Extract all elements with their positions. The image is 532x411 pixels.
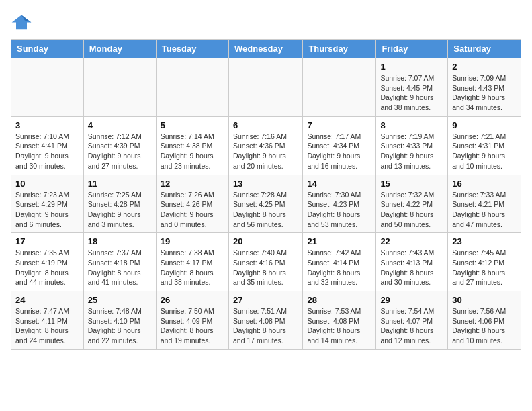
calendar-cell: 16Sunrise: 7:33 AM Sunset: 4:21 PM Dayli… <box>448 175 521 233</box>
day-number: 2 <box>452 62 517 72</box>
calendar: SundayMondayTuesdayWednesdayThursdayFrid… <box>11 39 521 350</box>
day-number: 22 <box>380 236 443 246</box>
day-info: Sunrise: 7:48 AM Sunset: 4:10 PM Dayligh… <box>88 306 152 346</box>
day-info: Sunrise: 7:10 AM Sunset: 4:41 PM Dayligh… <box>15 132 79 171</box>
day-info: Sunrise: 7:07 AM Sunset: 4:45 PM Dayligh… <box>380 73 443 113</box>
calendar-cell: 7Sunrise: 7:17 AM Sunset: 4:34 PM Daylig… <box>303 116 376 175</box>
calendar-cell <box>11 58 84 117</box>
day-number: 26 <box>161 295 224 305</box>
day-number: 17 <box>15 236 79 246</box>
calendar-cell: 12Sunrise: 7:26 AM Sunset: 4:26 PM Dayli… <box>156 175 228 233</box>
day-number: 6 <box>233 120 298 130</box>
calendar-cell: 17Sunrise: 7:35 AM Sunset: 4:19 PM Dayli… <box>11 233 84 291</box>
calendar-cell: 21Sunrise: 7:42 AM Sunset: 4:14 PM Dayli… <box>303 233 376 291</box>
calendar-cell: 10Sunrise: 7:23 AM Sunset: 4:29 PM Dayli… <box>11 175 84 233</box>
calendar-cell: 25Sunrise: 7:48 AM Sunset: 4:10 PM Dayli… <box>83 291 156 350</box>
day-number: 18 <box>88 236 152 246</box>
calendar-cell: 9Sunrise: 7:21 AM Sunset: 4:31 PM Daylig… <box>448 116 521 175</box>
day-info: Sunrise: 7:12 AM Sunset: 4:39 PM Dayligh… <box>88 132 152 171</box>
calendar-cell: 30Sunrise: 7:56 AM Sunset: 4:06 PM Dayli… <box>448 291 521 350</box>
calendar-cell: 24Sunrise: 7:47 AM Sunset: 4:11 PM Dayli… <box>11 291 84 350</box>
weekday-header-monday: Monday <box>83 40 156 58</box>
day-number: 23 <box>452 236 517 246</box>
calendar-cell: 28Sunrise: 7:53 AM Sunset: 4:08 PM Dayli… <box>303 291 376 350</box>
day-info: Sunrise: 7:51 AM Sunset: 4:08 PM Dayligh… <box>233 306 298 346</box>
calendar-cell: 14Sunrise: 7:30 AM Sunset: 4:23 PM Dayli… <box>303 175 376 233</box>
weekday-header-saturday: Saturday <box>448 40 521 58</box>
calendar-cell: 22Sunrise: 7:43 AM Sunset: 4:13 PM Dayli… <box>376 233 448 291</box>
calendar-cell: 6Sunrise: 7:16 AM Sunset: 4:36 PM Daylig… <box>228 116 302 175</box>
calendar-cell: 15Sunrise: 7:32 AM Sunset: 4:22 PM Dayli… <box>376 175 448 233</box>
calendar-cell <box>303 58 376 117</box>
day-number: 14 <box>307 179 371 189</box>
calendar-cell: 27Sunrise: 7:51 AM Sunset: 4:08 PM Dayli… <box>228 291 302 350</box>
calendar-cell: 23Sunrise: 7:45 AM Sunset: 4:12 PM Dayli… <box>448 233 521 291</box>
day-number: 3 <box>15 120 79 130</box>
day-number: 8 <box>380 120 443 130</box>
weekday-header-sunday: Sunday <box>11 40 84 58</box>
day-number: 12 <box>161 179 224 189</box>
day-info: Sunrise: 7:56 AM Sunset: 4:06 PM Dayligh… <box>452 306 517 346</box>
calendar-cell: 5Sunrise: 7:14 AM Sunset: 4:38 PM Daylig… <box>156 116 228 175</box>
day-info: Sunrise: 7:21 AM Sunset: 4:31 PM Dayligh… <box>452 132 517 171</box>
day-info: Sunrise: 7:26 AM Sunset: 4:26 PM Dayligh… <box>161 190 224 230</box>
day-info: Sunrise: 7:16 AM Sunset: 4:36 PM Dayligh… <box>233 132 298 171</box>
day-number: 15 <box>380 179 443 189</box>
day-info: Sunrise: 7:32 AM Sunset: 4:22 PM Dayligh… <box>380 190 443 230</box>
day-info: Sunrise: 7:17 AM Sunset: 4:34 PM Dayligh… <box>307 132 371 171</box>
day-info: Sunrise: 7:30 AM Sunset: 4:23 PM Dayligh… <box>307 190 371 230</box>
day-number: 20 <box>233 236 298 246</box>
day-info: Sunrise: 7:23 AM Sunset: 4:29 PM Dayligh… <box>15 190 79 230</box>
week-row-1: 1Sunrise: 7:07 AM Sunset: 4:45 PM Daylig… <box>11 58 521 117</box>
day-number: 16 <box>452 179 517 189</box>
day-info: Sunrise: 7:38 AM Sunset: 4:17 PM Dayligh… <box>161 248 224 287</box>
header <box>11 11 521 32</box>
calendar-cell <box>83 58 156 117</box>
day-number: 4 <box>88 120 152 130</box>
day-number: 10 <box>15 179 79 189</box>
day-info: Sunrise: 7:33 AM Sunset: 4:21 PM Dayligh… <box>452 190 517 230</box>
calendar-cell: 26Sunrise: 7:50 AM Sunset: 4:09 PM Dayli… <box>156 291 228 350</box>
weekday-header-thursday: Thursday <box>303 40 376 58</box>
calendar-cell: 2Sunrise: 7:09 AM Sunset: 4:43 PM Daylig… <box>448 58 521 117</box>
day-number: 24 <box>15 295 79 305</box>
day-number: 21 <box>307 236 371 246</box>
day-info: Sunrise: 7:28 AM Sunset: 4:25 PM Dayligh… <box>233 190 298 230</box>
weekday-header-friday: Friday <box>376 40 448 58</box>
weekday-header-tuesday: Tuesday <box>156 40 228 58</box>
day-info: Sunrise: 7:53 AM Sunset: 4:08 PM Dayligh… <box>307 306 371 346</box>
day-number: 13 <box>233 179 298 189</box>
calendar-cell: 18Sunrise: 7:37 AM Sunset: 4:18 PM Dayli… <box>83 233 156 291</box>
logo-icon <box>11 11 32 32</box>
day-number: 5 <box>161 120 224 130</box>
day-number: 9 <box>452 120 517 130</box>
day-info: Sunrise: 7:54 AM Sunset: 4:07 PM Dayligh… <box>380 306 443 346</box>
day-number: 1 <box>380 62 443 72</box>
calendar-cell: 13Sunrise: 7:28 AM Sunset: 4:25 PM Dayli… <box>228 175 302 233</box>
calendar-cell: 29Sunrise: 7:54 AM Sunset: 4:07 PM Dayli… <box>376 291 448 350</box>
day-number: 25 <box>88 295 152 305</box>
day-info: Sunrise: 7:19 AM Sunset: 4:33 PM Dayligh… <box>380 132 443 171</box>
day-number: 28 <box>307 295 371 305</box>
day-info: Sunrise: 7:25 AM Sunset: 4:28 PM Dayligh… <box>88 190 152 230</box>
week-row-3: 10Sunrise: 7:23 AM Sunset: 4:29 PM Dayli… <box>11 175 521 233</box>
calendar-cell: 11Sunrise: 7:25 AM Sunset: 4:28 PM Dayli… <box>83 175 156 233</box>
day-number: 27 <box>233 295 298 305</box>
calendar-cell: 4Sunrise: 7:12 AM Sunset: 4:39 PM Daylig… <box>83 116 156 175</box>
week-row-2: 3Sunrise: 7:10 AM Sunset: 4:41 PM Daylig… <box>11 116 521 175</box>
day-info: Sunrise: 7:40 AM Sunset: 4:16 PM Dayligh… <box>233 248 298 287</box>
day-info: Sunrise: 7:45 AM Sunset: 4:12 PM Dayligh… <box>452 248 517 287</box>
day-info: Sunrise: 7:42 AM Sunset: 4:14 PM Dayligh… <box>307 248 371 287</box>
day-info: Sunrise: 7:14 AM Sunset: 4:38 PM Dayligh… <box>161 132 224 171</box>
day-number: 7 <box>307 120 371 130</box>
day-info: Sunrise: 7:37 AM Sunset: 4:18 PM Dayligh… <box>88 248 152 287</box>
week-row-5: 24Sunrise: 7:47 AM Sunset: 4:11 PM Dayli… <box>11 291 521 350</box>
day-number: 29 <box>380 295 443 305</box>
day-number: 19 <box>161 236 224 246</box>
day-info: Sunrise: 7:47 AM Sunset: 4:11 PM Dayligh… <box>15 306 79 346</box>
svg-marker-0 <box>12 15 32 29</box>
calendar-cell: 19Sunrise: 7:38 AM Sunset: 4:17 PM Dayli… <box>156 233 228 291</box>
day-info: Sunrise: 7:35 AM Sunset: 4:19 PM Dayligh… <box>15 248 79 287</box>
weekday-header-row: SundayMondayTuesdayWednesdayThursdayFrid… <box>11 40 521 58</box>
calendar-cell: 3Sunrise: 7:10 AM Sunset: 4:41 PM Daylig… <box>11 116 84 175</box>
